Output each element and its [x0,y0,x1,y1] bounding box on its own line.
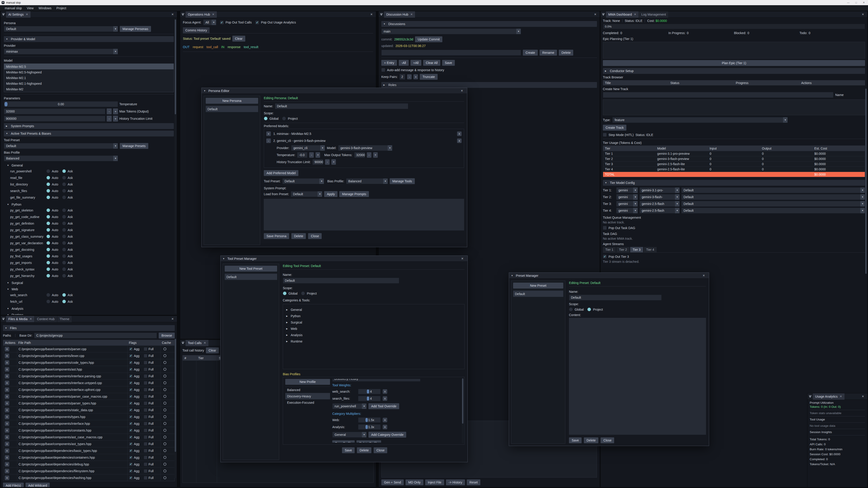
load-preset-select[interactable]: Default [291,191,322,197]
scrollbar[interactable] [175,338,176,479]
increment-button[interactable]: + [331,159,336,165]
menu-item[interactable]: View [24,6,36,10]
remove-file-button[interactable] [5,374,9,379]
ask-radio[interactable] [62,228,66,232]
multiplier-slider[interactable]: 1.5x [358,417,381,423]
tp-name-input[interactable]: Default [283,278,399,284]
full-checkbox[interactable] [144,381,147,385]
full-checkbox[interactable] [144,347,147,351]
pe-tool-preset-select[interactable]: Default [282,178,324,184]
roles-header[interactable]: Roles [381,82,597,88]
ask-radio[interactable] [62,248,66,252]
close-dialog-button[interactable]: Close [374,447,387,453]
ask-radio[interactable] [62,267,66,271]
full-checkbox[interactable] [144,435,147,439]
step-mode-checkbox[interactable] [603,133,607,137]
remove-file-button[interactable] [5,428,9,433]
ask-radio[interactable] [62,182,66,186]
manage-prompts-button[interactable]: Manage Prompts [339,191,369,197]
truncate-button[interactable]: Truncate [420,74,438,80]
agg-checkbox[interactable] [129,449,133,453]
remove-file-button[interactable] [5,469,9,473]
increment-button[interactable]: + [315,152,320,158]
auto-radio[interactable] [46,234,50,238]
manage-personas-button[interactable]: Manage Personas [120,26,151,32]
ask-radio[interactable] [62,274,66,278]
preset-list-item[interactable]: Default [513,291,563,297]
remove-file-button[interactable] [5,367,9,372]
add-files-button[interactable]: Add File(s) [3,483,24,487]
save-profile-button[interactable]: Save Profile [332,440,355,443]
remove-file-button[interactable] [5,360,9,365]
tab-theme[interactable]: Theme [57,316,72,322]
decrement-button[interactable]: - [325,159,330,165]
tab-close-icon[interactable]: ✕ [212,13,215,16]
remove-file-button[interactable] [5,381,9,385]
remove-file-button[interactable] [5,442,9,446]
entry-action-button[interactable]: -All [399,60,409,66]
agg-checkbox[interactable] [129,375,133,378]
save-persona-button[interactable]: Save Persona [264,233,289,239]
remove-file-button[interactable] [5,476,9,480]
create-track-button[interactable]: Create Track [603,125,626,131]
category-row[interactable]: Analysis [286,332,461,338]
auto-radio[interactable] [46,248,50,252]
category-row[interactable]: Surgical [286,319,461,326]
agg-checkbox[interactable] [129,381,133,385]
slider-handle[interactable] [367,396,369,400]
maximize-icon[interactable]: □ [855,1,857,4]
scope-global-radio[interactable] [569,307,573,311]
persona-editor-titlebar[interactable]: Persona Editor [202,88,467,94]
tier-model-select[interactable]: gemini-2.5-flash [640,201,680,207]
auto-radio[interactable] [46,195,50,199]
add-tool-override-button[interactable]: Add Tool Override [368,403,399,409]
tier-provider-select[interactable]: gemini [616,207,638,214]
agg-checkbox[interactable] [129,401,133,405]
tier-preset-select[interactable]: Default [681,187,865,193]
dock-menu-icon[interactable] [379,11,384,18]
tier-preset-select[interactable]: Default [681,201,865,207]
dock-menu-icon[interactable] [180,11,186,18]
message-action-button[interactable]: MD Only [405,480,423,485]
weight-slider[interactable]: 4 [358,389,381,394]
full-checkbox[interactable] [144,361,147,364]
agg-checkbox[interactable] [129,354,133,358]
decrement-button[interactable]: - [367,152,371,158]
auto-radio[interactable] [46,274,50,278]
entry-action-button[interactable]: Save [442,60,455,66]
agg-checkbox[interactable] [129,442,133,446]
remove-file-button[interactable] [5,408,9,412]
agg-checkbox[interactable] [129,388,133,392]
base-dir-input[interactable]: C:/projects/gencpp [34,332,157,338]
increment-button[interactable]: + [113,108,118,114]
menu-item[interactable]: Project [54,6,69,10]
scrollbar-thumb[interactable] [462,379,463,424]
tool-group-header[interactable]: General [4,163,174,168]
max-tokens-input[interactable]: 32000 [4,108,105,114]
decrement-button[interactable]: - [107,116,112,122]
tab-mma-dashboard[interactable]: MMA Dashboard✕ [606,11,639,18]
auto-radio[interactable] [46,182,50,186]
tier-model-select[interactable]: gemini-3-flash- [640,194,680,200]
ask-radio[interactable] [62,215,66,219]
entry-action-button[interactable]: +All [410,60,421,66]
remove-model-button[interactable] [457,138,462,143]
persona-select[interactable]: Default [4,26,118,32]
delete-preset-button[interactable]: Delete [584,437,598,443]
agg-checkbox[interactable] [129,415,133,419]
tab-files-media[interactable]: Files & Media✕ [6,316,34,322]
move-model-button[interactable]: + [266,131,271,136]
scope-project-radio[interactable] [282,117,286,121]
pm-temperature-input[interactable]: -0.0 [297,152,307,158]
close-dialog-button[interactable]: Close [308,233,322,239]
pm-model-select[interactable]: gemini-3-flash-preview [338,145,393,151]
auto-radio[interactable] [46,241,50,245]
panel-close-icon[interactable] [368,13,375,16]
pm-provider-select[interactable]: gemini_cli [291,145,325,151]
agg-checkbox[interactable] [129,435,133,439]
rename-discussion-button[interactable]: Rename [539,50,557,56]
tab-close-icon[interactable]: ✕ [26,13,28,16]
remove-file-button[interactable] [5,455,9,460]
model-list-item[interactable]: MiniMax-M2.1-highspeed [4,80,174,86]
discussions-header[interactable]: Discussions [381,21,597,27]
